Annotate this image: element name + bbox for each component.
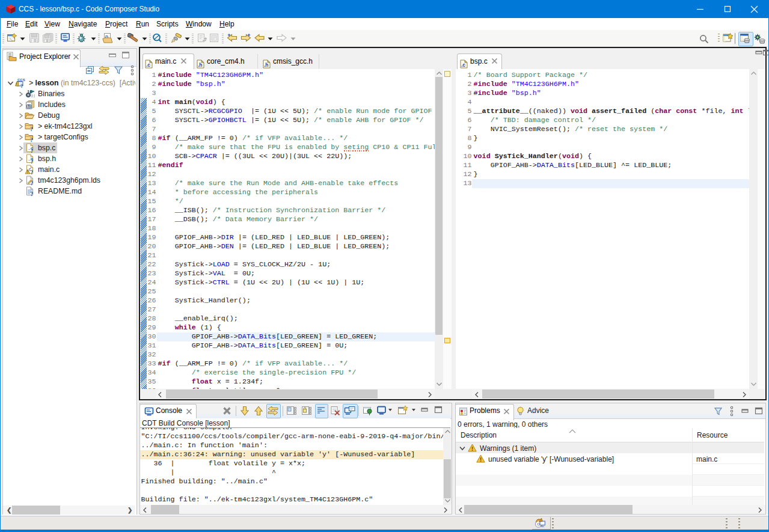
svg-text:h: h (28, 104, 30, 108)
svg-text:.h: .h (264, 62, 269, 68)
svg-text:.c: .c (461, 62, 465, 68)
svg-text:01: 01 (31, 94, 35, 99)
svg-text:?: ? (31, 159, 34, 164)
svg-text:?: ? (31, 191, 34, 197)
svg-text:.h: .h (198, 62, 203, 68)
svg-text:?: ? (30, 126, 33, 131)
svg-text:?: ? (31, 170, 34, 175)
svg-text:.c: .c (146, 62, 150, 68)
svg-text:!: ! (16, 82, 17, 86)
svg-text:?: ? (31, 148, 34, 153)
svg-text:!: ! (27, 170, 28, 174)
svg-text:?: ? (30, 137, 33, 142)
svg-text:?: ? (31, 180, 34, 186)
svg-text:?: ? (20, 83, 23, 88)
